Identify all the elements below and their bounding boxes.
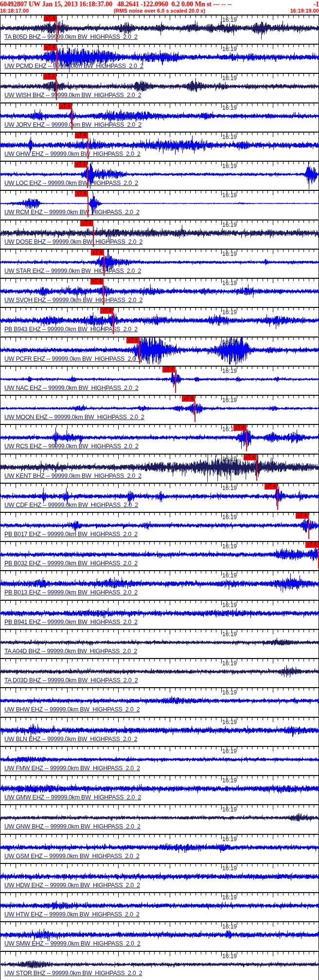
minute-tick-label: 16:19 — [222, 660, 237, 667]
trace-row-UW-NAC-EHZ: 16:19xT 4UW NAC EHZ -- 99999.0km BW HIGH… — [0, 366, 319, 395]
phase-pick-flag-RCS[interactable]: xT 4 — [233, 425, 247, 431]
trace-row-UW-SMW-EHZ: 16:19UW SMW EHZ -- 99999.0km BW HIGHPASS… — [0, 921, 319, 950]
phase-pick-flag-B032[interactable]: xT 4 — [305, 542, 319, 548]
station-label-HTW: UW HTW EHZ -- 99999.0km BW HIGHPASS 2.0 … — [4, 911, 140, 918]
trace-row-UW-SVQH-EHZ: 16:19xT 4UW SVQH EHZ -- 99999.0km BW HIG… — [0, 278, 319, 307]
phase-pick-flag-MOON[interactable]: xT 4 — [182, 396, 195, 402]
station-label-WISH: UW WISH BHZ -- 99999.0km BW HIGHPASS 2.0… — [4, 92, 141, 99]
phase-pick-line-GHW[interactable] — [88, 138, 89, 159]
trace-row-PB-B941-EHZ: 16:19PB B941 EHZ -- 99999.0km BW HIGHPAS… — [0, 600, 319, 629]
phase-pick-flag-WISH[interactable]: xT 4 — [43, 74, 56, 80]
phase-pick-line-NAC[interactable] — [175, 372, 176, 393]
station-label-RCM: UW RCM EHZ -- 99999.0km BW HIGHPASS 2.0 … — [4, 209, 140, 216]
minute-tick-label: 16:19 — [222, 192, 237, 199]
trace-row-TA-A04D-BHZ: 16:19TA A04D BHZ -- 99999.0km BW HIGHPAS… — [0, 629, 319, 658]
station-label-GNW: UW GNW BHZ -- 99999.0km BW HIGHPASS 2.0 … — [4, 823, 141, 830]
minute-tick-label: 16:19 — [222, 602, 237, 608]
trace-row-UW-DOSE-BHZ: 16:19xT 4UW DOSE BHZ -- 99999.0km BW HIG… — [0, 220, 319, 249]
trace-row-PB-B017-EHZ: 16:19xT 4PB B017 EHZ -- 99999.0km BW HIG… — [0, 512, 319, 541]
trace-row-UW-WISH-BHZ: 16:19xT 4UW WISH BHZ -- 99999.0km BW HIG… — [0, 73, 319, 102]
minute-tick-label: 16:19 — [222, 806, 237, 813]
trace-row-UW-STOR-BHZ: 16:19UW STOR BHZ -- 99999.0km BW HIGHPAS… — [0, 951, 319, 980]
phase-pick-line-RCM[interactable] — [88, 197, 89, 217]
trace-row-PB-B943-EHZ: 16:19xT 4PB B943 EHZ -- 99999.0km BW HIG… — [0, 307, 319, 336]
trace-row-UW-BHW-EHZ: 16:19UW BHW EHZ -- 99999.0km BW HIGHPASS… — [0, 687, 319, 716]
phase-pick-line-SVQH[interactable] — [103, 285, 104, 305]
station-label-SVQH: UW SVQH EHZ -- 99999.0km BW HIGHPASS 2.0… — [4, 297, 142, 304]
window-info-line: 16:18:17.00 (RMS noise over 6.0 s scaled… — [0, 8, 319, 14]
phase-pick-flag-SVQH[interactable]: xT 4 — [90, 279, 104, 285]
station-label-CDF: UW CDF EHZ -- 99999.0km BW HIGHPASS 2.0 … — [4, 502, 138, 508]
phase-pick-line-B032[interactable] — [318, 548, 319, 568]
phase-pick-flag-B05D[interactable]: xT 4 — [44, 16, 57, 21]
event-summary-text: 60492807 UW Jan 15, 2013 16:18:37.00 48.… — [0, 0, 232, 8]
trace-row-UW-HTW-EHZ: 16:19UW HTW EHZ -- 99999.0km BW HIGHPASS… — [0, 892, 319, 921]
trace-row-PB-B032-EHZ: 16:19xT 4PB B032 EHZ -- 99999.0km BW HIG… — [0, 541, 319, 570]
station-label-SMW: UW SMW EHZ -- 99999.0km BW HIGHPASS 2.0 … — [4, 940, 141, 947]
phase-pick-line-WISH[interactable] — [56, 80, 57, 100]
phase-pick-flag-LOC[interactable]: xT 4 — [74, 162, 88, 168]
station-label-PCMD: UW PCMD EHZ -- 99999.0km BW HIGHPASS 2.0… — [4, 63, 143, 69]
phase-pick-flag-JORV[interactable]: xT 4 — [59, 103, 72, 109]
minute-tick-label: 16:19 — [222, 456, 237, 462]
phase-pick-flag-STAR[interactable]: xT 4 — [91, 250, 104, 255]
minute-tick-label: 16:19 — [222, 689, 237, 696]
station-label-LOC: UW LOC EHZ -- 99999.0km BW HIGHPASS 2.0 … — [4, 180, 138, 186]
phase-pick-line-B05D[interactable] — [56, 21, 57, 42]
trace-row-UW-MOON-EHZ: 16:19xT 4UW MOON EHZ -- 99999.0km BW HIG… — [0, 395, 319, 424]
station-label-JORV: UW JORV EHZ -- 99999.0km BW HIGHPASS 2.0… — [4, 121, 142, 128]
station-label-B032: PB B032 EHZ -- 99999.0km BW HIGHPASS 2.0… — [4, 560, 138, 567]
minute-tick-label: 16:19 — [222, 368, 237, 374]
station-label-RCS: UW RCS EHZ -- 99999.0km BW HIGHPASS 2.0 … — [4, 443, 139, 450]
phase-pick-line-PCFR[interactable] — [139, 343, 140, 364]
station-label-PCFR: UW PCFR EHZ -- 99999.0km BW HIGHPASS 2.0… — [4, 355, 142, 362]
trace-row-PB-B013-EHZ: 16:19PB B013 EHZ -- 99999.0km BW HIGHPAS… — [0, 570, 319, 599]
station-label-GHW: UW GHW EHZ -- 99999.0km BW HIGHPASS 2.0 … — [4, 151, 141, 157]
phase-pick-flag-CDF[interactable]: xT 4 — [265, 484, 278, 490]
station-label-DOSE: UW DOSE BHZ -- 99999.0km BW HIGHPASS 2.0… — [4, 238, 142, 245]
phase-pick-flag-B017[interactable]: xT 4 — [296, 513, 309, 519]
phase-pick-flag-KENT[interactable]: xT 4 — [244, 455, 257, 460]
station-label-NAC: UW NAC EHZ -- 99999.0km BW HIGHPASS 2.0 … — [4, 385, 139, 391]
window-start-time: 16:18:17.00 — [0, 8, 29, 14]
phase-pick-line-STAR[interactable] — [104, 255, 105, 276]
station-label-KENT: UW KENT BHZ -- 99999.0km BW HIGHPASS 2.0… — [4, 473, 142, 479]
window-end-time: 16:19:19.00 — [290, 8, 319, 14]
phase-pick-line-B943[interactable] — [113, 314, 114, 334]
phase-pick-flag-NAC[interactable]: xT 4 — [162, 367, 176, 372]
phase-pick-flag-B943[interactable]: xT 4 — [100, 308, 113, 314]
station-label-GMW: UW GMW EHZ -- 99999.0km BW HIGHPASS 2.0 … — [4, 794, 141, 801]
phase-pick-line-B017[interactable] — [308, 519, 309, 539]
trace-row-UW-PCFR-EHZ: 16:19xT 4UW PCFR EHZ -- 99999.0km BW HIG… — [0, 337, 319, 366]
minute-tick-label: 16:19 — [222, 397, 237, 404]
phase-pick-line-KENT[interactable] — [256, 460, 257, 481]
minute-tick-label: 16:19 — [222, 309, 237, 316]
phase-pick-line-RCS[interactable] — [246, 431, 247, 451]
phase-pick-flag-PCFR[interactable]: xT 4 — [126, 338, 140, 343]
minute-tick-label: 16:19 — [222, 221, 237, 228]
station-label-STOR: UW STOR BHZ -- 99999.0km BW HIGHPASS 2.0… — [4, 970, 142, 977]
minute-tick-label: 16:19 — [222, 543, 237, 550]
minute-tick-label: 16:19 — [222, 748, 237, 755]
phase-pick-line-JORV[interactable] — [71, 109, 72, 130]
minute-tick-label: 16:19 — [222, 836, 237, 843]
station-label-HDW: UW HDW EHZ -- 99999.0km BW HIGHPASS 2.0 … — [4, 882, 140, 889]
phase-pick-flag-PCMD[interactable]: xT 4 — [44, 45, 57, 51]
minute-tick-label: 16:19 — [222, 777, 237, 784]
minute-tick-label: 16:19 — [222, 163, 237, 169]
trace-row-UW-GMW-EHZ: 16:19UW GMW EHZ -- 99999.0km BW HIGHPASS… — [0, 775, 319, 804]
trace-row-UW-FMW-EHZ: 16:19UW FMW EHZ -- 99999.0km BW HIGHPASS… — [0, 746, 319, 775]
phase-pick-flag-GHW[interactable]: xT 4 — [75, 133, 88, 138]
phase-pick-line-MOON[interactable] — [195, 402, 195, 422]
phase-pick-line-PCMD[interactable] — [56, 51, 57, 71]
minute-tick-label: 16:19 — [222, 572, 237, 579]
phase-pick-line-LOC[interactable] — [87, 168, 88, 188]
phase-pick-line-CDF[interactable] — [277, 490, 278, 510]
phase-pick-flag-DOSE[interactable]: xT 4 — [80, 220, 93, 226]
station-label-B05D: TA B05D BHZ -- 99999.0km BW HIGHPASS 2.0… — [4, 34, 138, 40]
station-label-D03D: TA D03D BHZ -- 99999.0km BW HIGHPASS 2.0… — [4, 677, 138, 684]
phase-pick-line-DOSE[interactable] — [93, 226, 94, 247]
minute-tick-label: 16:19 — [222, 104, 237, 111]
phase-pick-flag-RCM[interactable]: xT 4 — [75, 191, 88, 197]
minute-tick-label: 16:19 — [222, 894, 237, 901]
